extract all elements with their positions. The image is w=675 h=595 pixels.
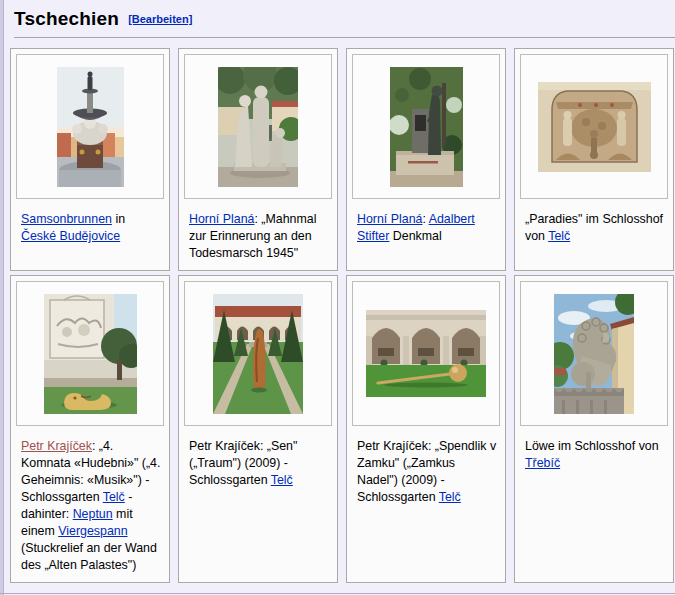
link-telc[interactable]: Telč bbox=[103, 490, 125, 504]
gallery-caption: „Paradies" im Schlosshof von Telč bbox=[518, 201, 670, 250]
gallery-cell: Löwe im Schlosshof von Třebíč bbox=[514, 275, 674, 583]
gallery-cell: Samsonbrunnen in České Budějovice bbox=[10, 48, 170, 271]
link-horni-plana[interactable]: Horní Planá bbox=[189, 212, 254, 226]
gallery-caption: Petr Krajíček: „Sen" („Traum") (2009) - … bbox=[182, 428, 334, 494]
thumbnail-link[interactable] bbox=[184, 54, 332, 199]
samsonbrunnen-fountain-photo bbox=[57, 67, 124, 187]
thumbnail-link[interactable] bbox=[520, 281, 668, 426]
caption-text: Denkmal bbox=[389, 229, 441, 243]
caption-text: (Stuckrelief an der Wand des „Alten Pala… bbox=[21, 541, 157, 572]
caption-text: in bbox=[112, 212, 125, 226]
section-divider-bottom bbox=[0, 593, 675, 594]
link-telc[interactable]: Telč bbox=[271, 473, 293, 487]
link-samsonbrunnen[interactable]: Samsonbrunnen bbox=[21, 212, 112, 226]
gallery-caption: Löwe im Schlosshof von Třebíč bbox=[518, 428, 670, 477]
content-left-border bbox=[0, 0, 4, 595]
page-title: Tschechien bbox=[14, 8, 119, 29]
thumbnail-link[interactable] bbox=[16, 281, 164, 426]
edit-section-link[interactable]: [Bearbeiten] bbox=[128, 13, 192, 25]
link-telc[interactable]: Telč bbox=[548, 229, 570, 243]
thumbnail-link[interactable] bbox=[352, 54, 500, 199]
redlink-petr-krajicek[interactable]: Petr Krajíček bbox=[21, 439, 92, 453]
gallery-caption: Petr Krajíček: „Spendlik v Zamku" („Zamk… bbox=[350, 428, 502, 511]
spendlik-v-zamku-sculpture-photo bbox=[366, 310, 486, 397]
gallery-cell: Petr Krajíček: „Sen" („Traum") (2009) - … bbox=[178, 275, 338, 583]
thumbnail-link[interactable] bbox=[352, 281, 500, 426]
paradies-relief-photo bbox=[538, 82, 651, 172]
link-viergespann[interactable]: Viergespann bbox=[58, 524, 127, 538]
gallery-cell: Petr Krajíček: „4. Komnata «Hudebni»" („… bbox=[10, 275, 170, 583]
komnata-hudebni-sculpture-photo bbox=[44, 294, 137, 414]
gallery-caption: Petr Krajíček: „4. Komnata «Hudebni»" („… bbox=[14, 428, 166, 579]
gallery-cell: Horní Planá: „Mahnmal zur Erinnerung an … bbox=[178, 48, 338, 271]
caption-text: Petr Krajíček: „Spendlik v Zamku" („Zamk… bbox=[357, 439, 496, 504]
gallery-cell: Horní Planá: Adalbert Stifter Denkmal bbox=[346, 48, 506, 271]
caption-text: Löwe im Schlosshof von bbox=[525, 439, 659, 453]
section-divider-top bbox=[14, 37, 675, 38]
section-header: Tschechien[Bearbeiten] bbox=[0, 0, 675, 30]
link-telc[interactable]: Telč bbox=[439, 490, 461, 504]
gallery-cell: „Paradies" im Schlosshof von Telč bbox=[514, 48, 674, 271]
link-trebic[interactable]: Třebíč bbox=[525, 456, 560, 470]
thumbnail-link[interactable] bbox=[16, 54, 164, 199]
gallery-caption: Horní Planá: „Mahnmal zur Erinnerung an … bbox=[182, 201, 334, 267]
sen-traum-sculpture-photo bbox=[213, 294, 303, 414]
caption-text: „Paradies" im Schlosshof von bbox=[525, 212, 663, 243]
gallery-caption: Horní Planá: Adalbert Stifter Denkmal bbox=[350, 201, 502, 250]
gallery-cell: Petr Krajíček: „Spendlik v Zamku" („Zamk… bbox=[346, 275, 506, 583]
link-neptun[interactable]: Neptun bbox=[73, 507, 113, 521]
gallery-grid: Samsonbrunnen in České Budějovice Horní … bbox=[10, 48, 675, 583]
thumbnail-link[interactable] bbox=[520, 54, 668, 199]
link-ceske-budejovice[interactable]: České Budějovice bbox=[21, 229, 120, 243]
loewe-schlosshof-photo bbox=[554, 294, 634, 414]
link-horni-plana[interactable]: Horní Planá bbox=[357, 212, 422, 226]
adalbert-stifter-denkmal-photo bbox=[390, 67, 463, 187]
thumbnail-link[interactable] bbox=[184, 281, 332, 426]
gallery-caption: Samsonbrunnen in České Budějovice bbox=[14, 201, 166, 250]
horni-plana-mahnmal-photo bbox=[218, 67, 298, 187]
